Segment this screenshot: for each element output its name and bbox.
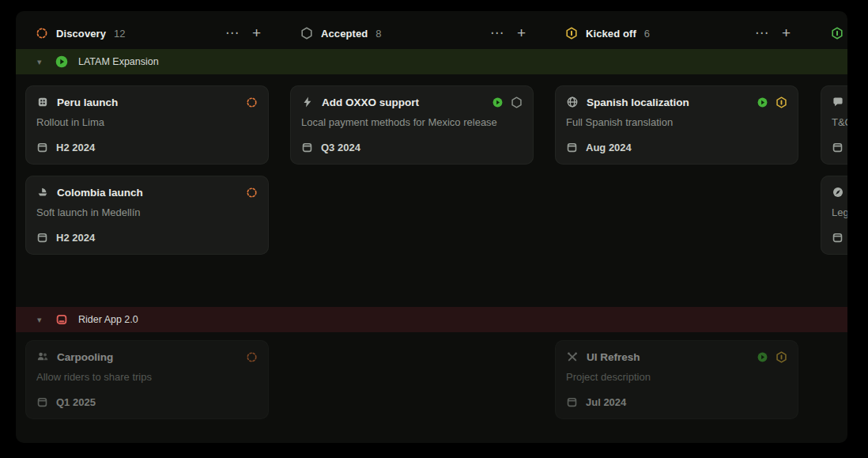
building-status-icon (831, 27, 843, 40)
card-description: Local payment methods for Mexico release (301, 116, 523, 128)
column-header-discovery: Discovery 12 ⋯ + (25, 22, 269, 44)
grid-icon (36, 96, 49, 108)
column-header-accepted: Accepted 8 ⋯ + (290, 22, 534, 44)
card-title: Spanish localization (587, 97, 689, 108)
project-rider-app-icon (55, 313, 68, 326)
card-date: Q3 2024 (321, 142, 360, 153)
card-description: Full Spanish translation (566, 116, 787, 128)
card-title: Carpooling (57, 351, 113, 363)
stack-kicked-off-latam: Spanish localization Full Spanish transl… (555, 85, 798, 165)
stack-discovery-latam: Peru launch Rollout in Lima H2 2024 (25, 85, 269, 255)
column-count: 12 (114, 28, 125, 40)
project-latam-badge-icon[interactable] (757, 352, 768, 362)
card-partial-tc[interactable]: T&C (821, 85, 847, 165)
card-title: Colombia launch (57, 187, 143, 199)
chat-bubble-icon (832, 96, 844, 108)
calendar-icon (832, 142, 843, 153)
calendar-icon (36, 232, 48, 244)
add-card-button[interactable]: + (517, 27, 526, 40)
accepted-status-icon (300, 27, 313, 40)
swimlane-latam-expansion[interactable]: ▾ LATAM Expansion (16, 49, 847, 74)
project-latam-badge-icon[interactable] (757, 97, 768, 108)
calendar-icon (566, 142, 578, 153)
calendar-icon (832, 232, 843, 244)
swimlane-rider-app[interactable]: ▾ Rider App 2.0 (16, 307, 847, 332)
card-description: Project description (566, 371, 787, 383)
calendar-icon (301, 142, 313, 153)
card-spanish-localization[interactable]: Spanish localization Full Spanish transl… (555, 85, 798, 165)
more-menu-button[interactable]: ⋯ (225, 29, 240, 37)
people-icon (36, 350, 49, 363)
column-title: Discovery (56, 28, 106, 40)
kicked-off-status-icon[interactable] (776, 351, 787, 363)
stack-partial-latam: T&C Lega (821, 85, 847, 255)
lightning-icon (301, 96, 314, 108)
collapse-chevron-icon[interactable]: ▾ (37, 315, 45, 325)
card-date: Aug 2024 (586, 142, 632, 153)
swimlane-label: Rider App 2.0 (78, 314, 138, 325)
stack-kicked-off-rider: UI Refresh Project description Jul 2024 (555, 340, 798, 419)
card-title: Peru launch (57, 97, 118, 108)
globe-icon (566, 96, 579, 108)
card-date: Jul 2024 (586, 396, 626, 408)
more-menu-button[interactable]: ⋯ (755, 29, 769, 37)
more-menu-button[interactable]: ⋯ (490, 29, 504, 37)
card-description: Lega (832, 206, 847, 218)
column-count: 8 (376, 28, 381, 40)
column-title: Kicked off (586, 28, 636, 40)
card-add-oxxo-support[interactable]: Add OXXO support Local payment methods f… (290, 85, 534, 165)
card-partial-legal[interactable]: Lega (821, 176, 847, 255)
discovery-status-icon[interactable] (246, 351, 258, 363)
project-latam-icon (55, 55, 68, 68)
card-date: H2 2024 (56, 142, 95, 153)
discovery-status-icon[interactable] (246, 97, 258, 108)
stack-discovery-rider: Carpooling Allow riders to share trips Q… (25, 340, 269, 419)
calendar-icon (36, 142, 48, 153)
card-description: Allow riders to share trips (36, 371, 258, 383)
card-title: Add OXXO support (322, 97, 419, 108)
calendar-icon (36, 396, 48, 408)
tools-icon (566, 350, 579, 363)
column-header-kicked-off: Kicked off 6 ⋯ + (555, 22, 798, 44)
card-description: Rollout in Lima (36, 116, 258, 128)
calendar-icon (566, 396, 578, 408)
swimlane-label: LATAM Expansion (78, 56, 159, 67)
card-description: Soft launch in Medellín (36, 206, 258, 218)
kanban-board: Discovery 12 ⋯ + Accepted 8 ⋯ + Kicked o… (16, 11, 847, 443)
card-date: H2 2024 (56, 232, 95, 244)
discovery-status-icon[interactable] (246, 187, 258, 199)
card-description: T&C (832, 116, 847, 128)
accepted-status-icon[interactable] (511, 97, 523, 108)
card-colombia-launch[interactable]: Colombia launch Soft launch in Medellín … (25, 176, 269, 255)
card-date: Q1 2025 (56, 396, 96, 408)
discovery-status-icon (36, 27, 48, 40)
card-carpooling[interactable]: Carpooling Allow riders to share trips Q… (25, 340, 269, 419)
column-header-partial (821, 22, 847, 44)
kicked-off-status-icon (565, 27, 578, 40)
column-count: 6 (644, 28, 650, 40)
add-card-button[interactable]: + (782, 27, 791, 40)
card-ui-refresh[interactable]: UI Refresh Project description Jul 2024 (555, 340, 798, 419)
card-title: UI Refresh (587, 351, 640, 363)
project-latam-badge-icon[interactable] (492, 97, 503, 108)
compass-icon (832, 186, 844, 199)
boat-icon (36, 186, 49, 199)
kicked-off-status-icon[interactable] (776, 97, 787, 108)
collapse-chevron-icon[interactable]: ▾ (37, 57, 45, 67)
column-title: Accepted (321, 28, 368, 40)
add-card-button[interactable]: + (252, 27, 261, 40)
card-peru-launch[interactable]: Peru launch Rollout in Lima H2 2024 (25, 85, 269, 165)
stack-accepted-latam: Add OXXO support Local payment methods f… (290, 85, 534, 165)
